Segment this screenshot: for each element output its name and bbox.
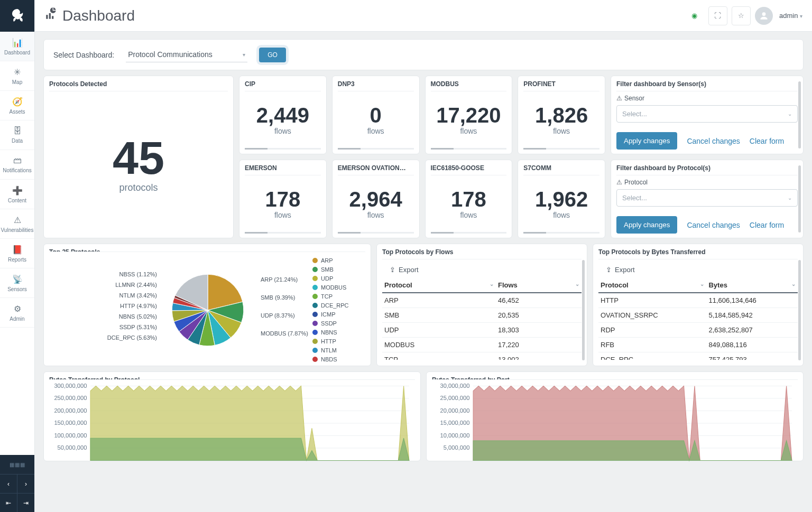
sidebar-item-map[interactable]: ✳Map bbox=[0, 61, 34, 91]
sidebar-item-label: Data bbox=[12, 138, 23, 144]
pie-label: SSDP (5.31%) bbox=[119, 324, 157, 330]
svg-text:200,000,000: 200,000,000 bbox=[54, 407, 87, 414]
sidebar-item-dashboard[interactable]: 📊Dashboard bbox=[0, 32, 34, 61]
legend-label: NTLM bbox=[321, 347, 337, 353]
pie-label: NBSS (1.12%) bbox=[119, 271, 157, 277]
table-cell: 757,425,793 bbox=[706, 352, 798, 360]
flow-tile-title: PROFINET bbox=[523, 80, 599, 91]
target-icon[interactable]: ◉ bbox=[685, 6, 704, 25]
admin-icon: ⚙ bbox=[14, 304, 21, 314]
table-cell: 20,535 bbox=[496, 308, 582, 323]
svg-text:15,000,000: 15,000,000 bbox=[440, 420, 470, 426]
table-header[interactable]: Bytes⌄ bbox=[706, 278, 798, 293]
flow-tile-progress bbox=[245, 148, 321, 150]
go-button[interactable]: GO bbox=[259, 48, 286, 62]
table-row[interactable]: SMB20,535 bbox=[382, 308, 582, 323]
table-header[interactable]: Flows⌄ bbox=[496, 278, 582, 293]
app-header: Dashboard ◉ ⛶ ☆ admin ▾ bbox=[35, 0, 812, 32]
legend-item[interactable]: SMB bbox=[312, 266, 365, 273]
sidebar-collapse-right-button[interactable]: ⇥ bbox=[17, 494, 34, 512]
sidebar-item-content[interactable]: ➕Content bbox=[0, 180, 34, 209]
filter-protocol-cancel-link[interactable]: Cancel changes bbox=[687, 221, 740, 229]
sidebar-item-label: Assets bbox=[9, 109, 25, 115]
top-flows-title: Top Protocols by Flows bbox=[382, 248, 582, 259]
sidebar-item-label: Notifications bbox=[3, 167, 31, 173]
sidebar-item-vulnerabilities[interactable]: ⚠Vulnerabilities bbox=[0, 209, 34, 239]
protocols-detected-title: Protocols Detected bbox=[49, 80, 228, 91]
top-bytes-export-button[interactable]: ⇪Export bbox=[606, 266, 798, 274]
sidebar-item-data[interactable]: 🗄Data bbox=[0, 120, 34, 150]
bytes-by-protocol-chart[interactable]: 50,000,000100,000,000150,000,000200,000,… bbox=[49, 383, 415, 463]
legend-item[interactable]: ICMP bbox=[312, 311, 365, 318]
table-row[interactable]: RFB849,088,116 bbox=[598, 338, 798, 352]
legend-item[interactable]: DCE_RPC bbox=[312, 302, 365, 309]
table-row[interactable]: RDP2,638,252,807 bbox=[598, 323, 798, 338]
legend-item[interactable]: ARP bbox=[312, 257, 365, 264]
scroll-indicator[interactable] bbox=[582, 260, 585, 360]
svg-text:20,000,000: 20,000,000 bbox=[440, 407, 470, 414]
top-flows-export-button[interactable]: ⇪Export bbox=[390, 266, 582, 274]
table-header[interactable]: Protocol⌄ bbox=[382, 278, 496, 293]
bytes-by-port-chart[interactable]: 5,000,00010,000,00015,000,00020,000,0002… bbox=[432, 383, 798, 463]
table-row[interactable]: ARP46,452 bbox=[382, 293, 582, 308]
vulnerabilities-icon: ⚠ bbox=[14, 215, 21, 225]
legend-item[interactable]: HTTP bbox=[312, 338, 365, 345]
filter-sensor-select[interactable]: Select...⌄ bbox=[616, 105, 798, 123]
sidebar-item-label: Map bbox=[12, 79, 22, 85]
table-header[interactable]: Protocol⌄ bbox=[598, 278, 706, 293]
sidebar-item-sensors[interactable]: 📡Sensors bbox=[0, 268, 34, 298]
filter-protocol-apply-button[interactable]: Apply changes bbox=[616, 216, 677, 234]
brand-logo[interactable] bbox=[0, 0, 34, 32]
table-row[interactable]: TCP13,002 bbox=[382, 352, 582, 360]
svg-text:300,000,000: 300,000,000 bbox=[54, 383, 87, 389]
table-cell: DCE_RPC bbox=[598, 352, 706, 360]
scroll-indicator[interactable] bbox=[798, 165, 801, 232]
filter-sensor-apply-button[interactable]: Apply changes bbox=[616, 132, 677, 150]
notifications-icon: 🗃 bbox=[13, 156, 22, 165]
legend-item[interactable]: NTLM bbox=[312, 347, 365, 353]
svg-text:250,000,000: 250,000,000 bbox=[54, 395, 87, 401]
legend-swatch bbox=[312, 348, 318, 353]
pie-label: LLMNR (2.44%) bbox=[115, 282, 157, 288]
user-avatar[interactable] bbox=[755, 7, 773, 25]
legend-item[interactable]: UDP bbox=[312, 275, 365, 282]
legend-item[interactable]: NBDS bbox=[312, 356, 365, 362]
legend-item[interactable]: MODBUS bbox=[312, 284, 365, 291]
sidebar-item-notifications[interactable]: 🗃Notifications bbox=[0, 150, 34, 180]
content-icon: ➕ bbox=[12, 185, 23, 196]
filter-sensor-label: ⚠Sensor bbox=[616, 95, 798, 102]
sidebar-item-reports[interactable]: 📕Reports bbox=[0, 239, 34, 268]
table-row[interactable]: UDP18,303 bbox=[382, 323, 582, 338]
legend-swatch bbox=[312, 285, 318, 290]
table-row[interactable]: HTTP11,606,134,646 bbox=[598, 293, 798, 308]
table-row[interactable]: DCE_RPC757,425,793 bbox=[598, 352, 798, 360]
filter-protocol-clear-link[interactable]: Clear form bbox=[750, 221, 784, 229]
sidebar-prev-button[interactable]: ‹ bbox=[0, 474, 17, 493]
scroll-indicator[interactable] bbox=[798, 81, 801, 148]
sidebar: 📊Dashboard✳Map🧭Assets🗄Data🗃Notifications… bbox=[0, 0, 35, 512]
sidebar-next-button[interactable]: › bbox=[17, 474, 34, 493]
scroll-indicator[interactable] bbox=[798, 260, 801, 360]
table-cell: 2,638,252,807 bbox=[706, 323, 798, 338]
filter-protocol-select[interactable]: Select...⌄ bbox=[616, 189, 798, 207]
fullscreen-button[interactable]: ⛶ bbox=[708, 6, 727, 25]
sidebar-item-admin[interactable]: ⚙Admin bbox=[0, 298, 34, 328]
dashboard-dropdown[interactable]: Protocol Communications▾ bbox=[126, 47, 247, 62]
top25-pie-chart[interactable]: NBSS (1.12%)LLMNR (2.44%)NTLM (3.42%)HTT… bbox=[49, 255, 305, 365]
user-menu[interactable]: admin ▾ bbox=[779, 12, 802, 20]
legend-label: UDP bbox=[321, 275, 333, 282]
table-row[interactable]: MODBUS17,220 bbox=[382, 338, 582, 352]
sidebar-grid-icon[interactable]: ▦▦▦ bbox=[0, 455, 34, 474]
legend-item[interactable]: NBNS bbox=[312, 329, 365, 336]
filter-sensor-cancel-link[interactable]: Cancel changes bbox=[687, 137, 740, 145]
table-row[interactable]: OVATION_SSRPC5,184,585,942 bbox=[598, 308, 798, 323]
legend-item[interactable]: TCP bbox=[312, 293, 365, 300]
favorite-button[interactable]: ☆ bbox=[732, 6, 751, 25]
legend-item[interactable]: SSDP bbox=[312, 320, 365, 327]
sidebar-item-assets[interactable]: 🧭Assets bbox=[0, 91, 34, 120]
protocols-detected-value: 45 bbox=[113, 135, 164, 181]
sidebar-collapse-left-button[interactable]: ⇤ bbox=[0, 494, 17, 512]
pie-label: NBNS (5.02%) bbox=[119, 313, 157, 320]
filter-sensor-clear-link[interactable]: Clear form bbox=[750, 137, 784, 145]
svg-text:50,000,000: 50,000,000 bbox=[58, 444, 87, 451]
